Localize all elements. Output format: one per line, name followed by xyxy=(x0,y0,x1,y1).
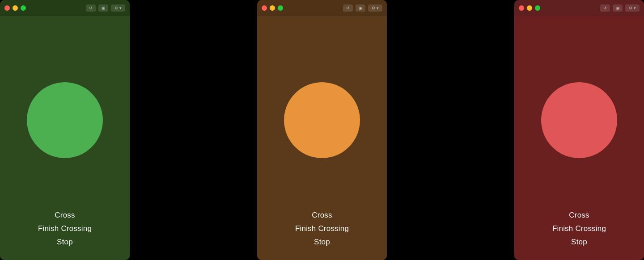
refresh-icon[interactable]: ↺ xyxy=(86,4,96,12)
window-orange: ↺ ▣ ⚙ ▾ Cross Finish Crossing Stop xyxy=(257,0,387,260)
status-circle-orange xyxy=(284,82,360,158)
titlebar-controls: ↺ ▣ ⚙ ▾ xyxy=(86,4,125,12)
finish-crossing-button[interactable]: Finish Crossing xyxy=(38,224,92,233)
window-green: ↺ ▣ ⚙ ▾ Cross Finish Crossing Stop xyxy=(0,0,130,260)
close-button[interactable] xyxy=(519,5,524,11)
cross-button[interactable]: Cross xyxy=(312,211,332,220)
titlebar-controls-red: ↺ ▣ ⚙ ▾ xyxy=(600,4,640,12)
maximize-button[interactable] xyxy=(21,5,26,11)
gear-icon[interactable]: ⚙ ▾ xyxy=(625,4,640,12)
traffic-lights-red xyxy=(519,5,540,11)
gear-icon[interactable]: ⚙ ▾ xyxy=(111,4,125,12)
gear-icon[interactable]: ⚙ ▾ xyxy=(368,4,382,12)
cross-button[interactable]: Cross xyxy=(55,211,75,220)
minimize-button[interactable] xyxy=(13,5,18,11)
circle-area-red xyxy=(514,16,644,211)
close-button[interactable] xyxy=(262,5,267,11)
titlebar-green: ↺ ▣ ⚙ ▾ xyxy=(0,0,130,16)
camera-icon[interactable]: ▣ xyxy=(613,4,623,12)
window-red: ↺ ▣ ⚙ ▾ Cross Finish Crossing Stop xyxy=(514,0,644,260)
stop-button[interactable]: Stop xyxy=(571,238,587,247)
maximize-button[interactable] xyxy=(278,5,283,11)
status-circle-red xyxy=(541,82,617,158)
cross-button[interactable]: Cross xyxy=(569,211,589,220)
titlebar-controls-orange: ↺ ▣ ⚙ ▾ xyxy=(343,4,382,12)
buttons-area-orange: Cross Finish Crossing Stop xyxy=(257,211,387,247)
finish-crossing-button[interactable]: Finish Crossing xyxy=(552,224,606,233)
traffic-lights-orange xyxy=(262,5,283,11)
traffic-lights-green xyxy=(4,5,26,11)
refresh-icon[interactable]: ↺ xyxy=(343,4,353,12)
refresh-icon[interactable]: ↺ xyxy=(600,4,610,12)
window-body-orange: Cross Finish Crossing Stop xyxy=(257,16,387,260)
window-body-green: Cross Finish Crossing Stop xyxy=(0,16,130,260)
status-circle-green xyxy=(27,82,103,158)
circle-area-orange xyxy=(257,16,387,211)
buttons-area-green: Cross Finish Crossing Stop xyxy=(0,211,130,247)
close-button[interactable] xyxy=(4,5,10,11)
maximize-button[interactable] xyxy=(535,5,540,11)
stop-button[interactable]: Stop xyxy=(314,238,330,247)
camera-icon[interactable]: ▣ xyxy=(356,4,365,12)
window-body-red: Cross Finish Crossing Stop xyxy=(514,16,644,260)
buttons-area-red: Cross Finish Crossing Stop xyxy=(514,211,644,247)
minimize-button[interactable] xyxy=(270,5,275,11)
camera-icon[interactable]: ▣ xyxy=(98,4,108,12)
stop-button[interactable]: Stop xyxy=(57,238,73,247)
titlebar-orange: ↺ ▣ ⚙ ▾ xyxy=(257,0,387,16)
circle-area-green xyxy=(0,16,130,211)
minimize-button[interactable] xyxy=(527,5,532,11)
finish-crossing-button[interactable]: Finish Crossing xyxy=(295,224,349,233)
titlebar-red: ↺ ▣ ⚙ ▾ xyxy=(514,0,644,16)
